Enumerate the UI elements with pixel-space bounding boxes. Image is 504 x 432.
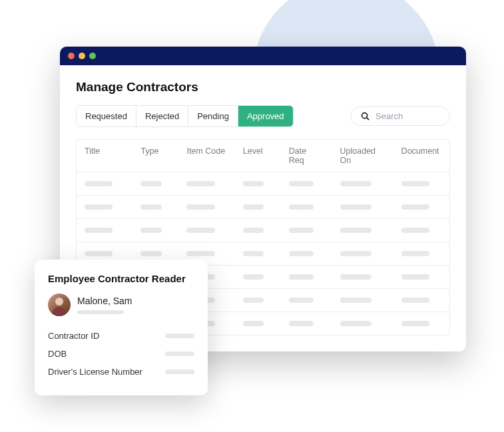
table-cell (332, 242, 393, 265)
profile-info: Malone, Sam (77, 296, 132, 314)
skeleton-placeholder (243, 228, 264, 233)
skeleton-placeholder (85, 251, 113, 256)
table-cell (332, 289, 393, 312)
table-cell (393, 219, 449, 242)
close-icon[interactable] (68, 53, 75, 59)
tab-rejected[interactable]: Rejected (136, 106, 188, 126)
window-titlebar (60, 47, 466, 65)
profile-name: Malone, Sam (77, 296, 132, 306)
table-cell (178, 196, 234, 218)
skeleton-placeholder (289, 204, 314, 210)
field-row: DOB (48, 345, 194, 363)
tab-pending[interactable]: Pending (188, 106, 238, 126)
skeleton-placeholder (186, 251, 214, 256)
skeleton-placeholder (289, 251, 314, 256)
search-input[interactable] (376, 111, 440, 121)
field-row: Contractor ID (48, 327, 194, 345)
maximize-icon[interactable] (89, 53, 96, 59)
table-cell (235, 289, 281, 312)
col-title: Title (77, 140, 132, 172)
table-cell (281, 172, 332, 195)
card-title: Employee Contractor Reader (48, 273, 194, 284)
skeleton-placeholder (401, 181, 429, 186)
profile-meta-placeholder (77, 310, 124, 314)
skeleton-placeholder (186, 228, 214, 233)
skeleton-placeholder (401, 274, 429, 280)
table-row[interactable] (77, 172, 449, 196)
search-box[interactable] (350, 107, 450, 126)
minimize-icon[interactable] (79, 53, 85, 59)
skeleton-placeholder (401, 228, 429, 233)
table-row[interactable] (77, 219, 449, 242)
table-cell (235, 312, 281, 335)
field-row: Driver's License Number (48, 363, 194, 381)
skeleton-placeholder (289, 274, 314, 280)
skeleton-placeholder (243, 251, 264, 256)
table-cell (281, 196, 332, 218)
table-cell (393, 242, 449, 265)
skeleton-placeholder (401, 298, 429, 303)
table-cell (77, 172, 132, 195)
skeleton-placeholder (340, 298, 372, 303)
skeleton-placeholder (85, 228, 113, 233)
skeleton-placeholder (340, 321, 372, 326)
table-cell (393, 312, 449, 335)
field-label: DOB (48, 349, 67, 359)
table-row[interactable] (77, 196, 449, 219)
col-level: Level (235, 140, 281, 172)
skeleton-placeholder (401, 251, 429, 256)
skeleton-placeholder (340, 228, 372, 233)
table-cell (77, 219, 132, 242)
field-value-placeholder (165, 369, 194, 374)
skeleton-placeholder (140, 204, 162, 210)
col-uploaded-on: Uploaded On (332, 140, 393, 172)
table-cell (281, 266, 332, 288)
table-cell (235, 219, 281, 242)
field-value-placeholder (165, 351, 194, 356)
table-cell (132, 172, 178, 195)
table-cell (178, 219, 234, 242)
tab-requested[interactable]: Requested (77, 106, 136, 126)
toolbar: Requested Rejected Pending Approved (76, 105, 450, 127)
table-cell (393, 289, 449, 312)
skeleton-placeholder (186, 181, 214, 186)
table-cell (332, 312, 393, 335)
skeleton-placeholder (85, 204, 113, 210)
col-document: Document (393, 140, 449, 172)
skeleton-placeholder (401, 204, 429, 210)
contractor-reader-card: Employee Contractor Reader Malone, Sam C… (35, 260, 208, 395)
col-item-code: Item Code (178, 140, 234, 172)
table-cell (235, 242, 281, 265)
table-cell (77, 196, 132, 218)
tab-approved[interactable]: Approved (238, 106, 293, 126)
table-cell (178, 172, 234, 195)
search-icon (360, 111, 370, 121)
table-cell (332, 266, 393, 288)
skeleton-placeholder (243, 204, 264, 210)
tabs-group: Requested Rejected Pending Approved (76, 105, 294, 127)
svg-point-0 (362, 113, 368, 118)
profile-section: Malone, Sam (48, 294, 194, 316)
card-fields: Contractor IDDOBDriver's License Number (48, 327, 194, 381)
field-label: Contractor ID (48, 331, 99, 341)
table-cell (235, 266, 281, 288)
table-cell (393, 196, 449, 218)
skeleton-placeholder (289, 298, 314, 303)
table-cell (332, 196, 393, 218)
col-type: Type (132, 140, 178, 172)
col-date-req: Date Req (281, 140, 332, 172)
skeleton-placeholder (140, 181, 162, 186)
svg-line-1 (367, 118, 369, 120)
table-cell (393, 172, 449, 195)
table-cell (281, 289, 332, 312)
field-value-placeholder (165, 333, 194, 338)
skeleton-placeholder (340, 251, 372, 256)
table-cell (332, 219, 393, 242)
skeleton-placeholder (289, 321, 314, 326)
avatar (48, 294, 71, 316)
skeleton-placeholder (140, 251, 162, 256)
table-cell (132, 196, 178, 218)
table-cell (393, 266, 449, 288)
skeleton-placeholder (243, 298, 264, 303)
skeleton-placeholder (85, 181, 113, 186)
